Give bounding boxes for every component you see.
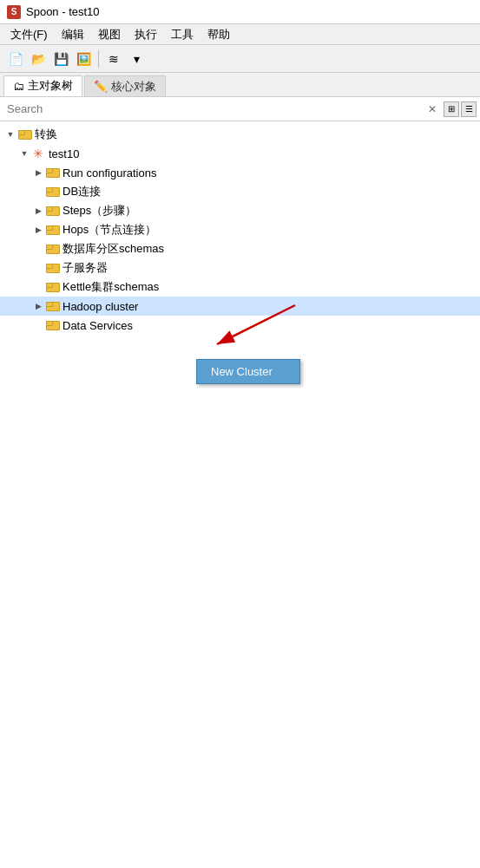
expander-hops[interactable]: ▶ [31,223,45,237]
menu-file[interactable]: 文件(F) [3,25,55,44]
main-tree-icon: 🗂 [13,80,24,93]
label-root: 转换 [35,127,57,142]
toolbar: 📄 📂 💾 🖼️ ≋ ▾ [0,45,480,73]
search-clear-button[interactable]: ✕ [424,101,440,117]
app-icon: S [7,5,21,19]
label-run-configs: Run configurations [62,166,156,179]
menu-view[interactable]: 视图 [91,25,128,44]
menu-execute[interactable]: 执行 [128,25,164,44]
search-grid-btn-1[interactable]: ⊞ [444,101,459,117]
toolbar-new[interactable]: 📄 [5,49,26,69]
folder-icon-hadoop-cluster [45,300,59,312]
expander-hadoop-cluster[interactable]: ▶ [31,299,45,313]
menu-help[interactable]: 帮助 [201,25,237,44]
title-bar: S Spoon - test10 [0,0,480,24]
toolbar-open[interactable]: 📂 [28,49,49,69]
search-bar: ✕ ⊞ ☰ [0,97,480,121]
label-steps: Steps（步骤） [62,203,136,219]
tree-item-data-services[interactable]: Data Services [0,316,480,335]
toolbar-save[interactable]: 💾 [50,49,71,69]
search-view-toggles: ⊞ ☰ [444,101,477,117]
toolbar-dropdown[interactable]: ▾ [126,49,147,69]
label-hops: Hops（节点连接） [62,222,156,238]
toolbar-saveas[interactable]: 🖼️ [73,49,94,69]
search-input[interactable] [3,102,424,115]
label-data-services: Data Services [62,319,133,332]
tree-item-steps[interactable]: ▶ Steps（步骤） [0,201,480,220]
label-hadoop-cluster: Hadoop cluster [62,300,138,313]
tree-item-run-configs[interactable]: ▶ Run configurations [0,163,480,182]
main-panel: ✕ ⊞ ☰ ▼ 转换 ▼ ✳ test10 ▶ Run configuratio… [0,97,480,868]
tab-main-tree[interactable]: 🗂 主对象树 [3,75,82,96]
tree-item-kettle-schemas[interactable]: Kettle集群schemas [0,277,480,297]
tree-item-db-conn[interactable]: DB连接 [0,182,480,201]
expander-test10[interactable]: ▼ [17,147,31,160]
tree-item-test10[interactable]: ▼ ✳ test10 [0,144,480,163]
context-menu-new-cluster[interactable]: New Cluster [197,362,299,382]
label-db-conn: DB连接 [62,184,101,199]
folder-icon-data-services [45,319,59,331]
tree-item-hadoop-cluster[interactable]: ▶ Hadoop cluster [0,297,480,316]
label-db-schemas: 数据库分区schemas [62,241,164,257]
tree-item-hops[interactable]: ▶ Hops（节点连接） [0,220,480,239]
cog-icon-test10: ✳ [31,147,45,160]
core-objects-icon: ✏️ [94,80,108,93]
folder-icon-run-configs [45,166,59,179]
label-kettle-schemas: Kettle集群schemas [62,279,159,295]
menu-tools[interactable]: 工具 [164,25,201,44]
label-test10: test10 [49,147,79,160]
tab-bar: 🗂 主对象树 ✏️ 核心对象 [0,73,480,97]
context-menu: New Cluster [196,359,300,384]
folder-icon-sub-server [45,262,59,274]
tree-item-db-schemas[interactable]: 数据库分区schemas [0,239,480,258]
folder-icon-kettle-schemas [45,281,59,293]
expander-run-configs[interactable]: ▶ [31,166,45,179]
search-grid-btn-2[interactable]: ☰ [461,101,477,117]
tree-item-root[interactable]: ▼ 转换 [0,125,480,144]
expander-steps[interactable]: ▶ [31,204,45,218]
menu-edit[interactable]: 编辑 [55,25,91,44]
toolbar-sep [98,50,99,68]
folder-icon-db-conn [45,186,59,198]
label-sub-server: 子服务器 [62,260,108,276]
folder-icon-hops [45,224,59,236]
folder-icon-db-schemas [45,243,59,255]
folder-icon-root [17,128,31,140]
tree: ▼ 转换 ▼ ✳ test10 ▶ Run configurations DB连… [0,121,480,868]
tree-item-sub-server[interactable]: 子服务器 [0,258,480,277]
expander-root[interactable]: ▼ [3,127,17,141]
toolbar-layers[interactable]: ≋ [103,49,124,69]
core-objects-label: 核心对象 [111,79,156,95]
menu-bar: 文件(F) 编辑 视图 执行 工具 帮助 [0,24,480,45]
tab-core-objects[interactable]: ✏️ 核心对象 [84,75,166,96]
folder-icon-steps [45,205,59,217]
main-tree-label: 主对象树 [28,78,73,94]
app-title: Spoon - test10 [26,5,100,18]
